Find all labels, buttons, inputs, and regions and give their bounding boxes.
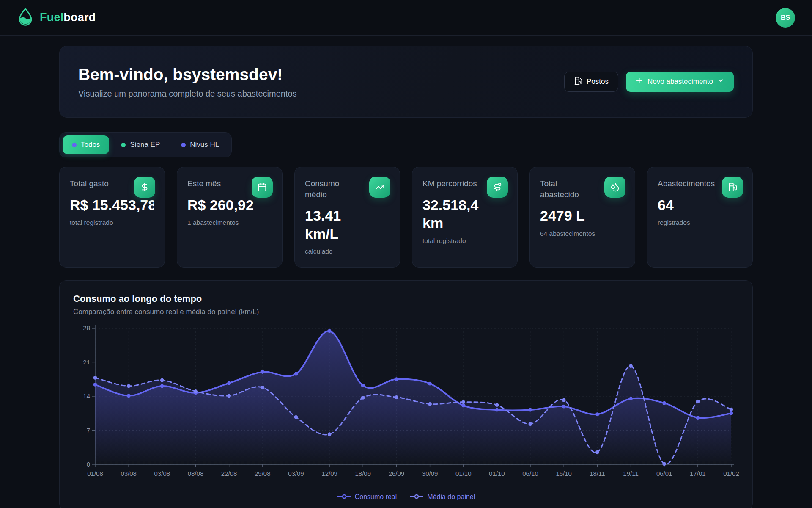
solid-line-marker-icon bbox=[337, 493, 351, 501]
siena-dot-icon bbox=[121, 143, 126, 147]
app-title: Fuelboard bbox=[40, 11, 96, 24]
stat-card-este-mes: Este mês R$ 260,92 1 abastecimentos bbox=[177, 167, 283, 268]
chart-legend: Consumo real Média do painel bbox=[73, 493, 739, 503]
top-bar: Fuelboard BS bbox=[0, 0, 812, 36]
consumption-chart: 0714212801/0803/0803/0808/0822/0829/0803… bbox=[73, 322, 740, 491]
svg-text:22/08: 22/08 bbox=[221, 470, 237, 477]
nivus-dot-icon bbox=[181, 143, 186, 147]
legend-media-painel[interactable]: Média do painel bbox=[409, 493, 475, 501]
svg-text:01/08: 01/08 bbox=[87, 470, 103, 477]
stat-card-total-abastecido: Total abastecido 2479 L 64 abastecimento… bbox=[529, 167, 635, 268]
svg-text:14: 14 bbox=[83, 392, 90, 400]
welcome-title: Bem-vindo, bsystemsdev! bbox=[78, 65, 297, 84]
svg-text:08/08: 08/08 bbox=[188, 470, 204, 477]
stats-row: Total gasto R$ 15.453,78 total registrad… bbox=[59, 167, 753, 268]
tab-todos[interactable]: Todos bbox=[63, 135, 109, 154]
svg-text:18/11: 18/11 bbox=[590, 470, 605, 477]
fuel-pump-icon bbox=[574, 77, 582, 87]
dollar-icon bbox=[134, 177, 155, 198]
banner-actions: Postos Novo abastecimento bbox=[564, 72, 734, 92]
route-icon bbox=[487, 177, 508, 198]
trending-up-icon bbox=[369, 177, 390, 198]
postos-button[interactable]: Postos bbox=[564, 72, 618, 92]
tab-nivus-hl[interactable]: Nivus HL bbox=[172, 135, 228, 154]
svg-text:01/10: 01/10 bbox=[455, 470, 472, 477]
vehicle-filter-tabs: Todos Siena EP Nivus HL bbox=[59, 132, 232, 157]
svg-text:28: 28 bbox=[83, 324, 90, 331]
calendar-icon bbox=[252, 177, 273, 198]
svg-text:0: 0 bbox=[87, 461, 90, 468]
fuel-pump-icon bbox=[722, 177, 743, 198]
svg-text:06/01: 06/01 bbox=[656, 470, 672, 477]
chart-area: 0714212801/0803/0803/0808/0822/0829/0803… bbox=[73, 322, 739, 492]
legend-consumo-real[interactable]: Consumo real bbox=[337, 493, 397, 501]
svg-text:30/09: 30/09 bbox=[422, 470, 438, 477]
svg-text:03/08: 03/08 bbox=[121, 470, 137, 477]
svg-text:06/10: 06/10 bbox=[522, 470, 538, 477]
plus-icon bbox=[635, 77, 643, 87]
svg-text:29/08: 29/08 bbox=[255, 470, 271, 477]
brand: Fuelboard bbox=[17, 7, 96, 28]
stat-card-total-gasto: Total gasto R$ 15.453,78 total registrad… bbox=[59, 167, 165, 268]
svg-text:18/09: 18/09 bbox=[355, 470, 371, 477]
user-avatar[interactable]: BS bbox=[776, 8, 795, 28]
svg-text:03/08: 03/08 bbox=[154, 470, 170, 477]
svg-text:17/01: 17/01 bbox=[690, 470, 706, 477]
novo-abastecimento-button[interactable]: Novo abastecimento bbox=[626, 72, 734, 92]
svg-text:19/11: 19/11 bbox=[623, 470, 638, 477]
svg-text:12/09: 12/09 bbox=[321, 470, 337, 477]
droplet-logo-icon bbox=[17, 7, 34, 28]
welcome-text: Bem-vindo, bsystemsdev! Visualize um pan… bbox=[78, 65, 297, 99]
stat-card-abastecimentos: Abastecimentos 64 registrados bbox=[647, 167, 753, 268]
svg-text:03/09: 03/09 bbox=[288, 470, 304, 477]
chart-subtitle: Comparação entre consumo real e média do… bbox=[73, 308, 739, 316]
chevron-down-icon bbox=[717, 77, 724, 86]
svg-text:01/02: 01/02 bbox=[723, 470, 739, 477]
tab-siena-ep[interactable]: Siena EP bbox=[112, 135, 169, 154]
chart-title: Consumo ao longo do tempo bbox=[73, 293, 739, 304]
welcome-subtitle: Visualize um panorama completo de seus a… bbox=[78, 89, 297, 99]
droplets-icon bbox=[604, 177, 625, 198]
consumption-chart-card: Consumo ao longo do tempo Comparação ent… bbox=[59, 280, 753, 508]
svg-text:01/10: 01/10 bbox=[489, 470, 505, 477]
svg-text:15/10: 15/10 bbox=[556, 470, 572, 477]
stat-card-consumo-medio: Consumo médio 13.41 km/L calculado bbox=[294, 167, 400, 268]
svg-text:7: 7 bbox=[87, 427, 90, 434]
svg-text:26/09: 26/09 bbox=[389, 470, 405, 477]
stat-card-km-percorridos: KM percorridos 32.518,4 km total registr… bbox=[412, 167, 518, 268]
svg-text:21: 21 bbox=[83, 359, 90, 366]
dashed-line-marker-icon bbox=[409, 493, 424, 501]
welcome-banner: Bem-vindo, bsystemsdev! Visualize um pan… bbox=[59, 46, 753, 118]
todos-dot-icon bbox=[72, 143, 77, 147]
